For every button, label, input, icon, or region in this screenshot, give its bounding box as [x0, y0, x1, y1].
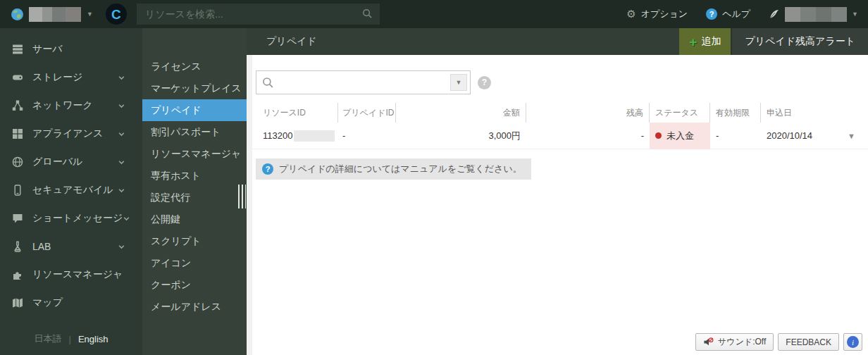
chevron-down-icon: ▼: [87, 11, 93, 18]
submenu-item-license[interactable]: ライセンス: [142, 56, 247, 77]
cell-status: 未入金: [650, 123, 710, 149]
col-header-amount: 金額: [396, 103, 526, 123]
help-button[interactable]: ? ヘルプ: [706, 8, 750, 20]
add-button[interactable]: + 追加: [679, 28, 731, 55]
col-header-expiry: 有効期限: [710, 103, 761, 123]
account-zone-switcher[interactable]: ▼: [11, 7, 93, 22]
sidebar-item-short-message[interactable]: ショートメッセージ: [0, 204, 142, 232]
language-switcher: 日本語 | English: [0, 332, 142, 345]
submenu-item-prepaid[interactable]: プリペイド: [142, 99, 247, 121]
prepaid-table: リソースID プリペイドID 金額 残高 ステータス 有効期限 申込日 1132…: [252, 103, 868, 149]
chevron-down-icon: [118, 102, 125, 110]
submenu-item-public-key[interactable]: 公開鍵: [142, 208, 247, 230]
help-icon: ?: [706, 8, 717, 20]
language-en[interactable]: English: [78, 334, 108, 344]
search-icon: [262, 77, 274, 89]
submenu-item-resource-manager[interactable]: リソースマネージャ: [142, 143, 247, 165]
cell-amount: 3,000円: [396, 123, 526, 149]
speaker-muted-icon: [703, 337, 714, 347]
feather-icon: [769, 8, 780, 20]
options-label: オプション: [641, 8, 688, 20]
main-sidebar: サーバ ストレージ ネットワーク アプライアンス: [0, 28, 142, 355]
submenu-item-coupon[interactable]: クーポン: [142, 274, 247, 296]
options-button[interactable]: ⚙ オプション: [626, 8, 688, 20]
feedback-button[interactable]: FEEDBACK: [778, 333, 839, 351]
sidebar-item-map[interactable]: マップ: [0, 289, 142, 317]
chevron-down-icon: [118, 243, 125, 251]
chevron-down-icon: [118, 130, 125, 138]
plus-icon: +: [689, 35, 697, 49]
col-header-balance: 残高: [526, 103, 650, 123]
sidebar-item-network[interactable]: ネットワーク: [0, 92, 142, 120]
main-content: ▼ ? リソースID プリペイドID 金額 残高 ステータス 有効期限 申込日 …: [252, 55, 868, 355]
chevron-down-icon: ▼: [852, 11, 858, 18]
submenu-item-marketplace[interactable]: マーケットプレイス: [142, 77, 247, 99]
globe-icon: [11, 156, 23, 168]
filter-search-input[interactable]: [256, 71, 447, 94]
user-account-menu[interactable]: ▼: [769, 7, 858, 22]
submenu-item-mail-address[interactable]: メールアドレス: [142, 296, 247, 318]
globe-logo-icon: [11, 8, 23, 20]
help-label: ヘルプ: [722, 8, 750, 20]
top-bar: ▼ C ⚙ オプション ? ヘルプ ▼: [0, 0, 868, 28]
page-title: プリペイド: [266, 35, 317, 48]
gear-icon: ⚙: [626, 8, 636, 20]
submenu-item-script[interactable]: スクリプト: [142, 230, 247, 252]
cell-balance: -: [526, 123, 650, 149]
sidebar-item-storage[interactable]: ストレージ: [0, 63, 142, 92]
cell-apply-date: 2020/10/14: [761, 123, 838, 149]
app-logo[interactable]: C: [106, 4, 127, 25]
settings-submenu: ライセンス マーケットプレイス プリペイド 割引パスポート リソースマネージャ …: [142, 28, 247, 355]
prepaid-balance-alert-button[interactable]: プリペイド残高アラート: [731, 28, 868, 55]
filter-help-icon[interactable]: ?: [478, 76, 491, 89]
chevron-down-icon: [118, 74, 125, 82]
sidebar-item-resource-manager[interactable]: リソースマネージャ: [0, 261, 142, 289]
language-ja[interactable]: 日本語: [34, 332, 61, 345]
language-separator: |: [68, 334, 70, 344]
flask-icon: [11, 241, 23, 253]
cell-resource-id: 113200: [263, 123, 338, 149]
cell-expiry: -: [710, 123, 761, 149]
panel-resize-grip[interactable]: [238, 185, 246, 208]
chevron-down-icon: [123, 215, 130, 223]
sidebar-item-appliance[interactable]: アプライアンス: [0, 120, 142, 148]
appliance-icon: [11, 128, 23, 140]
server-icon: [11, 44, 23, 56]
status-badge: 未入金: [666, 130, 694, 142]
search-icon: [362, 8, 373, 19]
submenu-item-config-agency[interactable]: 設定代行: [142, 187, 247, 208]
sidebar-item-lab[interactable]: LAB: [0, 232, 142, 261]
filter-search-box: ▼: [256, 70, 471, 94]
map-icon: [11, 297, 23, 309]
account-name-redacted: [29, 7, 81, 22]
global-search: [137, 4, 380, 25]
page-header: プリペイド + 追加 プリペイド残高アラート: [247, 28, 868, 55]
filter-dropdown-button[interactable]: ▼: [450, 74, 467, 91]
table-row[interactable]: 113200 - 3,000円 - 未入金 - 2020/10/14 ▼: [252, 123, 868, 149]
sidebar-item-server[interactable]: サーバ: [0, 35, 142, 63]
table-header-row: リソースID プリペイドID 金額 残高 ステータス 有効期限 申込日: [252, 103, 868, 123]
puzzle-icon: [11, 269, 23, 281]
sound-toggle-button[interactable]: サウンド:Off: [695, 333, 774, 351]
resource-id-redacted: [294, 130, 335, 142]
info-button[interactable]: i: [843, 333, 862, 351]
chevron-down-icon: [118, 158, 125, 166]
user-name-redacted: [785, 7, 847, 22]
sidebar-item-global[interactable]: グローバル: [0, 148, 142, 176]
col-header-resource-id: リソースID: [263, 103, 338, 123]
help-icon: ?: [262, 163, 273, 175]
sidebar-item-secure-mobile[interactable]: セキュアモバイル: [0, 176, 142, 204]
row-actions-dropdown[interactable]: ▼: [848, 132, 855, 140]
cell-prepaid-id: -: [338, 123, 396, 149]
footer-buttons: サウンド:Off FEEDBACK i: [695, 333, 862, 351]
submenu-item-icon[interactable]: アイコン: [142, 252, 247, 274]
resource-search-input[interactable]: [137, 4, 380, 25]
chevron-down-icon: ▼: [456, 79, 462, 86]
col-header-prepaid-id: プリペイドID: [338, 103, 396, 123]
info-message-bar: ? プリペイドの詳細についてはマニュアルをご覧ください。: [256, 158, 531, 180]
chevron-down-icon: [118, 187, 125, 194]
submenu-item-dedicated-host[interactable]: 専有ホスト: [142, 165, 247, 187]
submenu-scrollbar-track[interactable]: [247, 55, 252, 355]
col-header-status: ステータス: [650, 103, 710, 123]
submenu-item-discount-passport[interactable]: 割引パスポート: [142, 121, 247, 143]
